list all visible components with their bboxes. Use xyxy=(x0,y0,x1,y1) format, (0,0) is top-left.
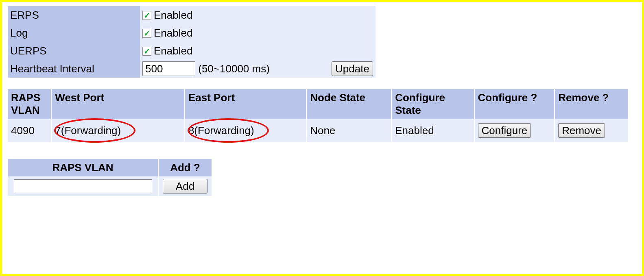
heartbeat-row: Heartbeat Interval (50~10000 ms) Update xyxy=(8,60,375,78)
hdr-remove: Remove ? xyxy=(554,89,628,119)
cell-east-port: 8(Forwarding) xyxy=(185,119,306,142)
add-button[interactable]: Add xyxy=(163,179,207,193)
erps-label: ERPS xyxy=(8,6,140,24)
settings-table: ERPS ✓ Enabled Log ✓ Enabled UERPS ✓ xyxy=(8,6,375,78)
log-value-cell: ✓ Enabled xyxy=(140,24,375,42)
update-button[interactable]: Update xyxy=(332,61,373,76)
cell-cfg-state: Enabled xyxy=(391,119,474,142)
hdr-raps-vlan: RAPS VLAN xyxy=(8,89,51,119)
table-row: 4090 7(Forwarding) 8(Forwarding) None En… xyxy=(8,119,628,142)
hdr-node-state: Node State xyxy=(306,89,391,119)
heartbeat-label: Heartbeat Interval xyxy=(8,60,140,78)
hdr-configure: Configure ? xyxy=(474,89,555,119)
erps-enabled-text: Enabled xyxy=(154,9,192,22)
add-hdr-vlan: RAPS VLAN xyxy=(8,159,158,176)
erps-value-cell: ✓ Enabled xyxy=(140,6,375,24)
log-checkbox[interactable]: ✓ xyxy=(142,29,151,38)
cell-configure: Configure xyxy=(474,119,555,142)
uerps-value-cell: ✓ Enabled xyxy=(140,42,375,60)
uerps-label: UERPS xyxy=(8,42,140,60)
add-input-row: Add xyxy=(8,176,212,196)
hdr-east-port: East Port xyxy=(185,89,306,119)
cell-vlan: 4090 xyxy=(8,119,51,142)
raps-vlan-input[interactable] xyxy=(14,179,152,193)
cell-west-port: 7(Forwarding) xyxy=(51,119,185,142)
hdr-west-port: West Port xyxy=(51,89,185,119)
east-port-text: 8(Forwarding) xyxy=(188,124,254,137)
raps-table: RAPS VLAN West Port East Port Node State… xyxy=(8,89,628,142)
add-header-row: RAPS VLAN Add ? xyxy=(8,159,212,176)
heartbeat-btn-cell: Update xyxy=(329,60,375,78)
heartbeat-input[interactable] xyxy=(142,61,195,76)
erps-checkbox[interactable]: ✓ xyxy=(142,11,151,20)
uerps-row: UERPS ✓ Enabled xyxy=(8,42,375,60)
add-btn-cell: Add xyxy=(158,176,212,196)
remove-button[interactable]: Remove xyxy=(558,123,605,138)
erps-config-panel: ERPS ✓ Enabled Log ✓ Enabled UERPS ✓ xyxy=(0,0,644,276)
add-vlan-table: RAPS VLAN Add ? Add xyxy=(8,159,212,196)
erps-row: ERPS ✓ Enabled xyxy=(8,6,375,24)
cell-node-state: None xyxy=(306,119,391,142)
log-row: Log ✓ Enabled xyxy=(8,24,375,42)
hdr-configure-state: Configure State xyxy=(391,89,474,119)
heartbeat-value-cell: (50~10000 ms) xyxy=(140,60,329,78)
uerps-checkbox[interactable]: ✓ xyxy=(142,47,151,56)
log-enabled-text: Enabled xyxy=(154,27,192,39)
west-port-text: 7(Forwarding) xyxy=(55,124,121,137)
heartbeat-hint: (50~10000 ms) xyxy=(198,63,270,75)
uerps-enabled-text: Enabled xyxy=(154,45,192,57)
log-label: Log xyxy=(8,24,140,42)
configure-button[interactable]: Configure xyxy=(478,123,531,138)
add-vlan-cell xyxy=(8,176,158,196)
raps-header-row: RAPS VLAN West Port East Port Node State… xyxy=(8,89,628,119)
add-hdr-add: Add ? xyxy=(158,159,212,176)
cell-remove: Remove xyxy=(554,119,628,142)
